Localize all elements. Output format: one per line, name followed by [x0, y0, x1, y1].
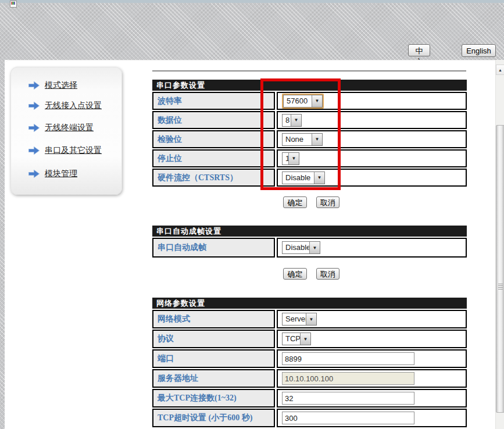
table-row-port: 端口: [152, 349, 467, 368]
page: 中文 English 模式选择 无线接入点设置 无线终端设置 串口及其它设置: [0, 0, 504, 429]
row-label: TCP超时设置 (小于600 秒): [152, 409, 275, 427]
max-tcp-connections-input[interactable]: [282, 392, 414, 405]
dropdown-arrow-icon[interactable]: ▼: [312, 95, 322, 107]
sidebar-item-label: 模式选择: [45, 80, 77, 91]
scrollbar-track[interactable]: ▲: [495, 60, 504, 429]
table-header: 串口自动成帧设置: [152, 226, 467, 237]
serial-ok-button[interactable]: 确定: [283, 196, 307, 208]
dropdown-arrow-icon[interactable]: ▼: [288, 153, 299, 165]
select-value: Disable: [283, 172, 314, 184]
row-value-cell: [277, 409, 467, 427]
row-label: 端口: [152, 349, 275, 368]
table-row-auto-framing: 串口自动成帧 Disable ▼: [152, 238, 467, 258]
top-strip: [0, 0, 504, 3]
lang-chinese-button[interactable]: 中文: [408, 44, 430, 56]
auto-framing-ok-button[interactable]: 确定: [283, 268, 307, 280]
row-value-cell: Disable ▼: [277, 238, 467, 258]
dropdown-arrow-icon[interactable]: ▼: [291, 115, 301, 126]
scrollbar-up-icon[interactable]: ▲: [496, 65, 504, 75]
table-header: 网络参数设置: [152, 298, 467, 309]
lang-english-button[interactable]: English: [462, 44, 496, 57]
select-value: Server: [283, 313, 306, 325]
network-mode-select[interactable]: Server ▼: [282, 313, 317, 326]
top-divider-line: [152, 70, 466, 72]
table-header: 串口参数设置: [152, 80, 467, 91]
dropdown-arrow-icon[interactable]: ▼: [314, 172, 324, 184]
table-row-tcp-timeout: TCP超时设置 (小于600 秒): [152, 409, 467, 427]
table-row-max-tcp: 最大TCP连接数(1~32): [152, 389, 467, 407]
row-value-cell: TCP ▼: [277, 330, 467, 348]
dropdown-arrow-icon[interactable]: ▼: [306, 313, 316, 325]
table-row-data-bits: 数据位 8 ▼: [152, 111, 467, 129]
blue-arrow-icon: [28, 123, 40, 133]
row-value-cell: None ▼: [277, 130, 467, 148]
sidebar-item-mode-select[interactable]: 模式选择: [28, 80, 77, 91]
row-value-cell: [277, 369, 467, 388]
row-label: 硬件流控（CTSRTS）: [152, 169, 275, 187]
row-label: 网络模式: [152, 310, 275, 328]
sidebar-item-label: 无线终端设置: [45, 123, 94, 133]
sidebar-item-label: 串口及其它设置: [45, 145, 102, 156]
blue-arrow-icon: [28, 101, 40, 110]
table-row-stop-bits: 停止位 1 ▼: [152, 149, 467, 167]
auto-framing-table: 串口自动成帧设置 串口自动成帧 Disable ▼: [152, 226, 467, 258]
select-value: 1: [283, 153, 288, 165]
serial-settings-table: 串口参数设置 波特率 57600 ▼ 数据位 8 ▼: [152, 80, 467, 187]
serial-cancel-button[interactable]: 取消: [316, 196, 339, 208]
row-value-cell: 1 ▼: [277, 149, 467, 167]
row-value-cell: Server ▼: [277, 310, 467, 328]
server-address-input: [282, 372, 414, 385]
scrollbar-thumb[interactable]: [496, 125, 504, 413]
select-value: 8: [283, 115, 291, 126]
row-label: 数据位: [152, 111, 275, 129]
sidebar-item-serial-other[interactable]: 串口及其它设置: [28, 145, 102, 156]
row-value-cell: 57600 ▼: [277, 92, 467, 110]
focus-ring: 57600 ▼: [282, 94, 324, 109]
table-row-network-mode: 网络模式 Server ▼: [152, 310, 467, 328]
auto-framing-cancel-button[interactable]: 取消: [316, 268, 339, 280]
select-value: None: [283, 134, 312, 145]
select-value: TCP: [283, 333, 300, 345]
row-label: 服务器地址: [152, 369, 275, 388]
scrollbar-grip-icon: [498, 284, 503, 289]
sidebar-item-wireless-ap[interactable]: 无线接入点设置: [28, 101, 102, 111]
flow-control-select[interactable]: Disable ▼: [282, 171, 325, 184]
row-value-cell: [277, 389, 467, 407]
sidebar-item-label: 无线接入点设置: [45, 101, 102, 111]
baud-rate-select[interactable]: 57600 ▼: [283, 95, 323, 108]
blue-arrow-icon: [28, 81, 40, 90]
left-margin-strip: [0, 60, 5, 429]
broken-image-icon: [10, 1, 17, 8]
row-value-cell: 8 ▼: [277, 111, 467, 129]
row-value-cell: [277, 349, 467, 368]
auto-framing-select[interactable]: Disable ▼: [282, 241, 320, 254]
port-input[interactable]: [282, 352, 414, 365]
stop-bits-select[interactable]: 1 ▼: [282, 152, 299, 165]
blue-arrow-icon: [28, 169, 40, 178]
tcp-timeout-input[interactable]: [282, 412, 414, 424]
table-row-baud-rate: 波特率 57600 ▼: [152, 92, 467, 110]
row-value-cell: Disable ▼: [277, 169, 467, 187]
dropdown-arrow-icon[interactable]: ▼: [312, 134, 322, 145]
parity-select[interactable]: None ▼: [282, 133, 323, 146]
sidebar-item-module-management[interactable]: 模块管理: [28, 169, 77, 179]
blue-arrow-icon: [28, 146, 40, 155]
row-label: 波特率: [152, 92, 275, 110]
sidebar-item-wireless-terminal[interactable]: 无线终端设置: [28, 123, 94, 133]
row-label: 最大TCP连接数(1~32): [152, 389, 275, 407]
table-row-protocol: 协议 TCP ▼: [152, 330, 467, 348]
select-value: Disable: [283, 242, 309, 253]
dropdown-arrow-icon[interactable]: ▼: [300, 333, 310, 345]
row-label: 串口自动成帧: [152, 238, 275, 258]
sidebar-item-label: 模块管理: [45, 169, 77, 179]
select-value: 57600: [284, 95, 312, 107]
dropdown-arrow-icon[interactable]: ▼: [309, 242, 320, 253]
table-row-flow-control: 硬件流控（CTSRTS） Disable ▼: [152, 169, 467, 187]
table-row-server-address: 服务器地址: [152, 369, 467, 388]
row-label: 检验位: [152, 130, 275, 148]
data-bits-select[interactable]: 8 ▼: [282, 114, 302, 127]
table-row-parity: 检验位 None ▼: [152, 130, 467, 148]
row-label: 停止位: [152, 149, 275, 167]
protocol-select[interactable]: TCP ▼: [282, 333, 311, 345]
row-label: 协议: [152, 330, 275, 348]
